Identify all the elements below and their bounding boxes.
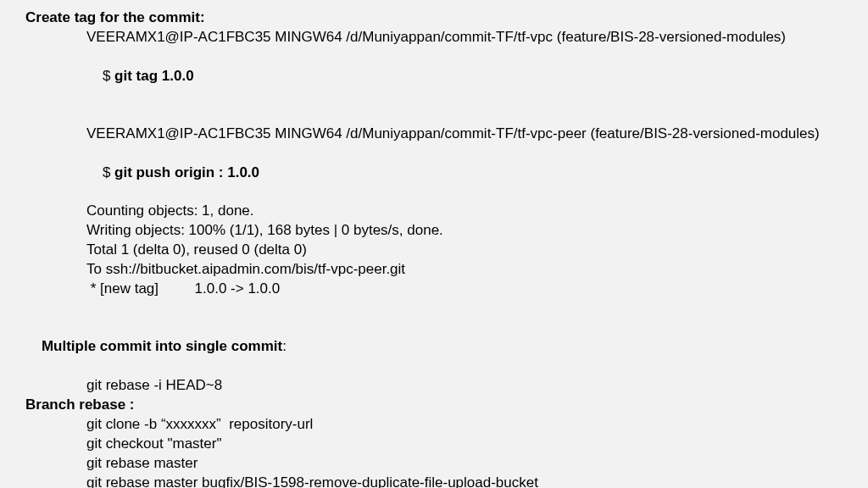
colon: : <box>282 338 287 354</box>
section-create-tag: Create tag for the commit: VEERAMX1@IP-A… <box>25 8 843 299</box>
git-command: git tag 1.0.0 <box>114 68 194 84</box>
terminal-output: Writing objects: 100% (1/1), 168 bytes |… <box>25 221 843 241</box>
git-command: git rebase master <box>25 454 843 474</box>
git-command: git rebase master bugfix/BIS-1598-remove… <box>25 474 843 488</box>
section-branch-rebase: Branch rebase : git clone -b “xxxxxxx” r… <box>25 396 843 488</box>
terminal-line: VEERAMX1@IP-AC1FBC35 MINGW64 /d/Muniyapp… <box>25 28 843 47</box>
heading-create-tag: Create tag for the commit: <box>25 8 843 28</box>
terminal-output: * [new tag] 1.0.0 -> 1.0.0 <box>25 280 843 299</box>
terminal-output: To ssh://bitbucket.aipadmin.com/bis/tf-v… <box>25 260 843 280</box>
terminal-line: $ git push origin : 1.0.0 <box>25 144 843 202</box>
terminal-line: $ git tag 1.0.0 <box>25 47 843 106</box>
git-command: git rebase -i HEAD~8 <box>25 376 843 396</box>
heading-branch-rebase: Branch rebase : <box>25 396 843 415</box>
heading-text: Multiple commit into single commit <box>42 338 282 354</box>
terminal-output: Total 1 (delta 0), reused 0 (delta 0) <box>25 241 843 260</box>
heading-multiple-commit: Multiple commit into single commit: <box>25 318 843 376</box>
blank-line <box>25 106 843 125</box>
terminal-output: Counting objects: 1, done. <box>25 202 843 221</box>
prompt: $ <box>103 68 114 84</box>
terminal-line: VEERAMX1@IP-AC1FBC35 MINGW64 /d/Muniyapp… <box>25 125 843 144</box>
git-command: git clone -b “xxxxxxx” repository-url <box>25 415 843 435</box>
section-multiple-commit: Multiple commit into single commit: git … <box>25 318 843 396</box>
prompt: $ <box>103 164 114 180</box>
git-command: git push origin : 1.0.0 <box>114 164 259 180</box>
blank-line <box>25 299 843 318</box>
git-command: git checkout "master" <box>25 435 843 454</box>
